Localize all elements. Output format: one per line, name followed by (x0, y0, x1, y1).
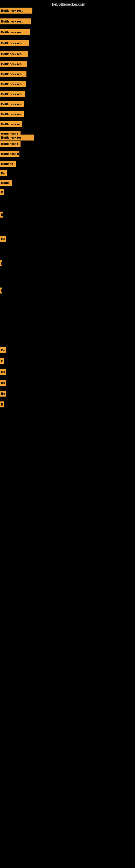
bottleneck-item: Bottleneck resu (0, 51, 28, 57)
bottleneck-bar[interactable]: B (0, 358, 4, 364)
bottleneck-bar[interactable]: B (0, 189, 4, 195)
bottleneck-bar[interactable]: Bottleneck resu (0, 29, 30, 35)
bottleneck-item: Bottle (0, 180, 12, 186)
bottleneck-item: Bottleneck resu (0, 101, 24, 107)
bottleneck-item: B (0, 401, 4, 407)
bottleneck-item: Bo (0, 391, 6, 397)
bottleneck-item: Bo (0, 347, 6, 353)
bottleneck-item: Bo (0, 380, 6, 386)
bottleneck-item: Bottleneck resu (0, 61, 27, 67)
bottleneck-bar[interactable]: Bo (0, 347, 6, 353)
bottleneck-item: B (0, 212, 3, 218)
bottleneck-bar[interactable]: Bottleneck resu (0, 91, 25, 97)
bottleneck-item: Bottleneck resu (0, 81, 26, 87)
bottleneck-bar[interactable]: Bo (0, 380, 6, 386)
bottleneck-bar[interactable]: Bottleneck resu (0, 71, 27, 77)
bottleneck-item: Bottleneck resu (0, 111, 24, 117)
bottleneck-item: Bottleneck n (0, 151, 19, 157)
bottleneck-bar[interactable]: Bottleneck re (0, 121, 22, 127)
bottleneck-bar[interactable]: Bottleneck resu (0, 8, 32, 13)
bottleneck-bar[interactable]: Bottleneck res (0, 134, 34, 141)
bottleneck-item: Bo (0, 236, 6, 242)
bottleneck-item: | (0, 260, 2, 267)
bottleneck-item: Bo (0, 369, 6, 375)
bottleneck-bar[interactable]: Bo (0, 391, 6, 397)
bottleneck-bar[interactable]: Bottleneck resu (0, 40, 29, 46)
bottleneck-bar[interactable]: Bottleneck resu (0, 101, 24, 107)
bottleneck-item: Bottleneck resu (0, 40, 29, 46)
bottleneck-item: Bottlene (0, 161, 16, 167)
site-title: TheBottlenecker.com (0, 0, 135, 8)
bottleneck-item: B (0, 358, 4, 364)
bottleneck-bar[interactable]: Bottleneck n (0, 151, 19, 157)
bottleneck-bar[interactable]: B (0, 401, 4, 407)
bottleneck-item: Bottleneck resu (0, 19, 31, 24)
bottleneck-item: Bottleneck resu (0, 29, 30, 35)
bottleneck-item: Bottleneck resu (0, 91, 25, 97)
bottleneck-item: Bottleneck r (0, 141, 20, 147)
bottleneck-bar[interactable]: Bottleneck resu (0, 81, 26, 87)
bottleneck-bar[interactable]: | (0, 260, 2, 267)
bottleneck-bar[interactable]: B (0, 212, 3, 218)
bottleneck-item: Bo (0, 170, 7, 176)
bottleneck-bar[interactable]: Bottleneck resu (0, 51, 28, 57)
bottleneck-bar[interactable]: Bottleneck r (0, 141, 20, 147)
bottleneck-bar[interactable]: Bottleneck resu (0, 19, 31, 24)
bottleneck-bar[interactable]: Bo (0, 236, 6, 242)
bottleneck-item: | (0, 287, 2, 293)
bottleneck-bar[interactable]: Bo (0, 170, 7, 176)
bottleneck-bar[interactable]: Bo (0, 369, 6, 375)
bottleneck-item: B (0, 189, 4, 195)
bottleneck-bar[interactable]: Bottleneck resu (0, 61, 27, 67)
bottleneck-item: Bottleneck resu (0, 71, 27, 77)
bottleneck-item: Bottleneck resu (0, 8, 32, 13)
bottleneck-bar[interactable]: Bottlene (0, 161, 16, 167)
bottleneck-bar[interactable]: Bottleneck resu (0, 111, 24, 117)
bottleneck-item: Bottleneck re (0, 121, 22, 127)
bottleneck-item: Bottleneck res (0, 134, 34, 141)
bottleneck-bar[interactable]: | (0, 287, 2, 293)
bottleneck-bar[interactable]: Bottle (0, 180, 12, 186)
